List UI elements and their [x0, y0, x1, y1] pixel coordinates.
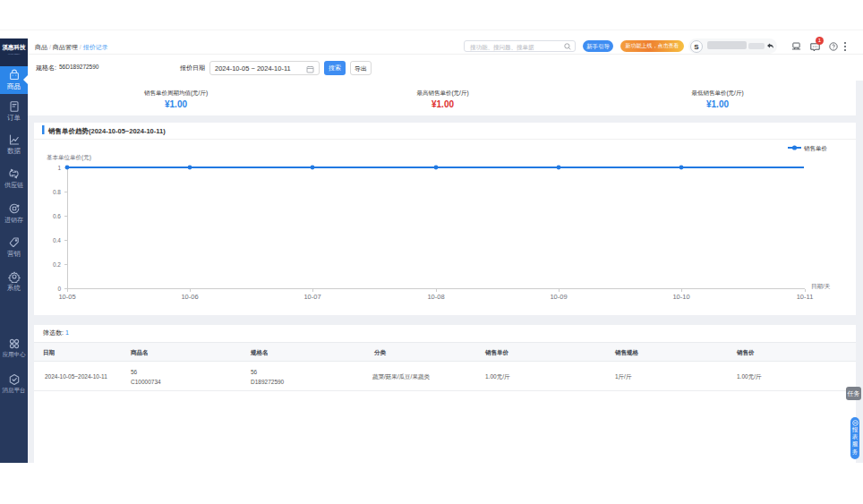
svg-text:10-11: 10-11 — [797, 293, 814, 301]
svg-text:0.4: 0.4 — [53, 237, 61, 243]
svg-text:0: 0 — [57, 286, 61, 292]
svg-text:10-05: 10-05 — [58, 293, 75, 301]
svg-text:日期/天: 日期/天 — [811, 283, 831, 289]
svg-text:0.6: 0.6 — [53, 213, 61, 219]
svg-text:1: 1 — [57, 165, 61, 171]
svg-text:销售单价: 销售单价 — [803, 145, 828, 152]
svg-text:10-07: 10-07 — [303, 293, 320, 301]
svg-text:10-10: 10-10 — [672, 293, 689, 301]
svg-text:销售单价趋势(2024-10-05~2024-10-11): 销售单价趋势(2024-10-05~2024-10-11) — [47, 127, 166, 135]
svg-text:基本单位单价(元): 基本单位单价(元) — [47, 154, 91, 161]
svg-text:0.8: 0.8 — [53, 189, 61, 195]
svg-text:10-06: 10-06 — [181, 293, 198, 301]
svg-text:0.2: 0.2 — [53, 261, 61, 268]
svg-text:10-08: 10-08 — [427, 293, 444, 301]
svg-text:10-09: 10-09 — [550, 293, 567, 301]
